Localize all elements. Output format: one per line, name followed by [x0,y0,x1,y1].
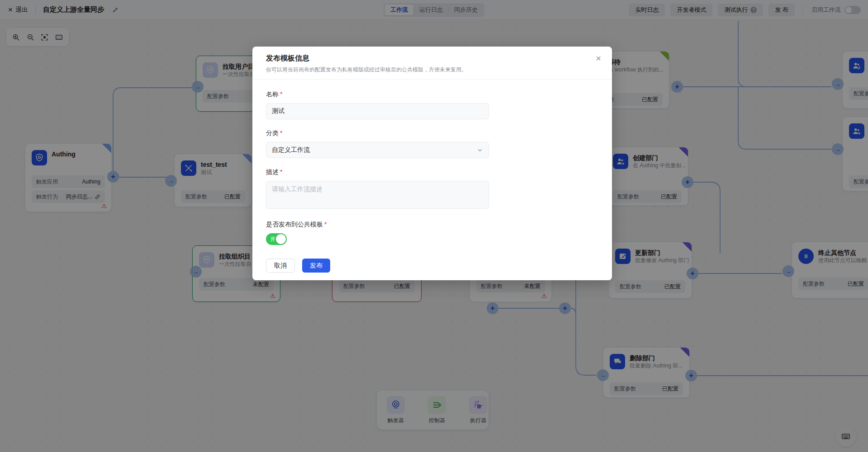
modal-title: 发布模板信息 [266,54,598,63]
publish-button[interactable]: 发布 [302,259,330,273]
modal-subtitle: 你可以将当前画布的配置发布为私有模版或经过审核后的公共模版，方便未来复用。 [266,66,598,74]
required-star: * [280,129,282,137]
description-textarea[interactable] [266,181,489,209]
cancel-button[interactable]: 取消 [266,259,295,273]
public-template-toggle[interactable]: 开 [266,233,287,245]
modal-close-icon[interactable]: × [593,53,604,64]
chevron-down-icon [477,147,483,153]
publish-template-modal: 发布模板信息 你可以将当前画布的配置发布为私有模版或经过审核后的公共模版，方便未… [252,47,612,280]
required-star: * [280,168,282,175]
name-input[interactable] [266,103,489,119]
category-value: 自定义工作流 [272,146,310,154]
toggle-on-text: 开 [270,236,275,242]
category-field-label: 分类* [266,129,598,137]
required-star: * [280,90,282,98]
category-select[interactable]: 自定义工作流 [266,142,489,158]
public-template-label: 是否发布到公共模板* [266,221,598,229]
required-star: * [324,221,327,228]
name-field-label: 名称* [266,90,598,99]
description-field-label: 描述* [266,168,598,176]
workflow-editor-screen: × 退出 自定义上游全量同步 工作流 运行日志 同步历史 实时日志 开发者模式 … [0,0,868,452]
